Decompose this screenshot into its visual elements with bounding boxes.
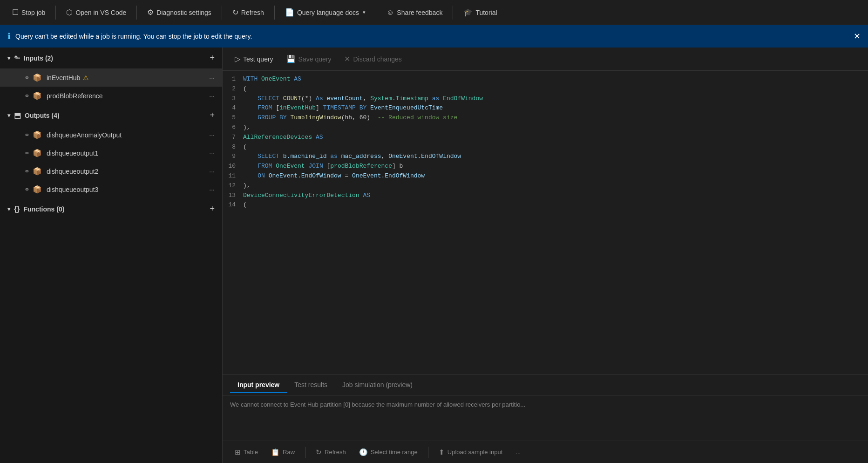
- link-icon-3: ⚭: [24, 131, 30, 139]
- bottom-content: We cannot connect to Event Hub partition…: [223, 395, 868, 441]
- error-message: We cannot connect to Event Hub partition…: [230, 401, 525, 408]
- code-line-4: 4 FROM [inEventHub] TIMESTAMP BY EventEn…: [223, 103, 868, 113]
- dishqueueoutput3-more-button[interactable]: ···: [209, 186, 215, 193]
- divider-1: [55, 6, 56, 20]
- diagnostic-button[interactable]: ⚙ Diagnostic settings: [142, 5, 216, 20]
- outputs-chevron-icon: ▾: [7, 112, 10, 119]
- tab-test-results[interactable]: Test results: [287, 377, 335, 393]
- open-vscode-button[interactable]: ⬡ Open in VS Code: [61, 5, 131, 20]
- outputs-section-icon: ⬒: [14, 111, 21, 120]
- play-icon: ▷: [235, 54, 240, 63]
- test-query-button[interactable]: ▷ Test query: [230, 52, 278, 66]
- blob-icon: 📦: [33, 91, 42, 100]
- prodblobreference-more-button[interactable]: ···: [209, 92, 215, 100]
- ineventhub-more-button[interactable]: ···: [209, 74, 215, 82]
- divider-6: [453, 6, 453, 20]
- refresh-button[interactable]: ↻ Refresh: [228, 5, 269, 20]
- dishqueueoutput2-more-button[interactable]: ···: [209, 168, 215, 175]
- select-time-range-button[interactable]: 🕐 Select time range: [354, 445, 422, 459]
- divider-5: [376, 6, 376, 20]
- bottom-tabs: Input preview Test results Job simulatio…: [223, 375, 868, 395]
- functions-chevron-icon: ▾: [7, 206, 10, 212]
- table-view-button[interactable]: ⊞ Table: [230, 445, 263, 459]
- outputs-label: Outputs (4): [25, 112, 60, 119]
- vscode-icon: ⬡: [66, 8, 73, 17]
- sidebar-item-prodblobreference[interactable]: ⚭ 📦 prodBlobReference ···: [0, 87, 222, 105]
- clock-icon: 🕐: [359, 448, 368, 456]
- dishqueueoutput1-more-button[interactable]: ···: [209, 150, 215, 157]
- bottom-divider-2: [428, 447, 428, 458]
- dishqueue-anomaly-more-button[interactable]: ···: [209, 131, 215, 139]
- add-input-button[interactable]: +: [210, 53, 215, 63]
- dishqueueoutput2-label: dishqueueoutput2: [47, 168, 98, 175]
- inputs-chevron-icon: ▾: [7, 55, 10, 61]
- top-toolbar: ☐ Stop job ⬡ Open in VS Code ⚙ Diagnosti…: [0, 0, 868, 25]
- query-docs-button[interactable]: 📄 Query language docs ▾: [280, 5, 370, 20]
- more-icon: ...: [515, 449, 521, 456]
- discard-changes-button[interactable]: ✕ Discard changes: [339, 52, 406, 66]
- code-line-1: 1 WITH OneEvent AS: [223, 75, 868, 84]
- functions-section-header[interactable]: ▾ {} Functions (0) +: [0, 198, 222, 219]
- outputs-section-header[interactable]: ▾ ⬒ Outputs (4) +: [0, 105, 222, 126]
- code-line-11: 11 ON OneEvent.EndOfWindow = OneEvent.En…: [223, 171, 868, 181]
- info-icon: ℹ: [7, 31, 11, 41]
- code-line-12: 12 ),: [223, 181, 868, 191]
- functions-section-icon: {}: [14, 205, 20, 213]
- code-line-5: 5 GROUP BY TumblingWindow(hh, 60) -- Red…: [223, 113, 868, 123]
- tutorial-button[interactable]: 🎓 Tutorial: [459, 5, 502, 20]
- feedback-icon: ☺: [387, 8, 394, 17]
- code-line-7: 7 AllReferenceDevices AS: [223, 133, 868, 143]
- sidebar-item-dishqueueoutput2[interactable]: ⚭ 📦 dishqueueoutput2 ···: [0, 162, 222, 180]
- diagnostic-icon: ⚙: [147, 8, 154, 17]
- output2-icon: 📦: [33, 167, 42, 176]
- ineventhub-label: inEventHub: [47, 74, 80, 82]
- main-layout: ▾ ⬑ Inputs (2) + ⚭ 📦 inEventHub ⚠ ··· ⚭ …: [0, 48, 868, 463]
- chevron-down-icon: ▾: [363, 9, 366, 15]
- divider-2: [136, 6, 137, 20]
- save-icon: 💾: [286, 54, 296, 63]
- raw-view-button[interactable]: 📋 Raw: [266, 445, 299, 459]
- divider-4: [274, 6, 275, 20]
- sidebar-item-dishqueueoutput3[interactable]: ⚭ 📦 dishqueueoutput3 ···: [0, 180, 222, 198]
- code-editor[interactable]: 1 WITH OneEvent AS 2 ( 3 SELECT COUNT(*)…: [223, 71, 868, 374]
- eventhub-icon: 📦: [33, 73, 42, 82]
- table-icon: ⊞: [235, 448, 241, 456]
- code-line-2: 2 (: [223, 84, 868, 94]
- link-icon-1: ⚭: [24, 74, 30, 82]
- upload-sample-button[interactable]: ⬆ Upload sample input: [434, 445, 508, 459]
- functions-label: Functions (0): [23, 205, 64, 213]
- code-line-6: 6 ),: [223, 123, 868, 133]
- raw-icon: 📋: [271, 448, 280, 456]
- tutorial-icon: 🎓: [463, 8, 473, 17]
- link-icon-2: ⚭: [24, 92, 30, 100]
- save-query-button[interactable]: 💾 Save query: [282, 52, 336, 66]
- code-line-14: 14 (: [223, 200, 868, 210]
- tab-input-preview[interactable]: Input preview: [230, 377, 287, 393]
- bottom-divider-1: [305, 447, 305, 458]
- bottom-refresh-button[interactable]: ↻ Refresh: [311, 445, 351, 459]
- banner-close-button[interactable]: ✕: [854, 31, 861, 41]
- inputs-section-header[interactable]: ▾ ⬑ Inputs (2) +: [0, 48, 222, 68]
- add-function-button[interactable]: +: [210, 204, 215, 214]
- more-options-button[interactable]: ...: [511, 446, 525, 458]
- stop-job-button[interactable]: ☐ Stop job: [7, 5, 50, 20]
- sidebar-item-dishqueueoutput1[interactable]: ⚭ 📦 dishqueueoutput1 ···: [0, 144, 222, 162]
- tab-job-simulation[interactable]: Job simulation (preview): [335, 377, 420, 393]
- dishqueueoutput3-label: dishqueueoutput3: [47, 186, 98, 193]
- prodblobreference-label: prodBlobReference: [47, 92, 103, 100]
- anomaly-output-icon: 📦: [33, 130, 42, 139]
- link-icon-4: ⚭: [24, 150, 30, 157]
- sidebar-item-ineventhub[interactable]: ⚭ 📦 inEventHub ⚠ ···: [0, 68, 222, 87]
- bottom-toolbar: ⊞ Table 📋 Raw ↻ Refresh 🕐 Select time ra…: [223, 441, 868, 463]
- code-line-3: 3 SELECT COUNT(*) As eventCount, System.…: [223, 94, 868, 104]
- banner-message: Query can't be edited while a job is run…: [15, 33, 252, 40]
- add-output-button[interactable]: +: [210, 110, 215, 120]
- right-panel: ▷ Test query 💾 Save query ✕ Discard chan…: [223, 48, 868, 463]
- link-icon-6: ⚭: [24, 186, 30, 193]
- output3-icon: 📦: [33, 185, 42, 194]
- sidebar-item-dishqueue-anomaly[interactable]: ⚭ 📦 dishqueueAnomalyOutput ···: [0, 126, 222, 144]
- divider-3: [222, 6, 222, 20]
- sidebar: ▾ ⬑ Inputs (2) + ⚭ 📦 inEventHub ⚠ ··· ⚭ …: [0, 48, 223, 463]
- inputs-section-icon: ⬑: [14, 54, 20, 62]
- share-feedback-button[interactable]: ☺ Share feedback: [382, 6, 447, 20]
